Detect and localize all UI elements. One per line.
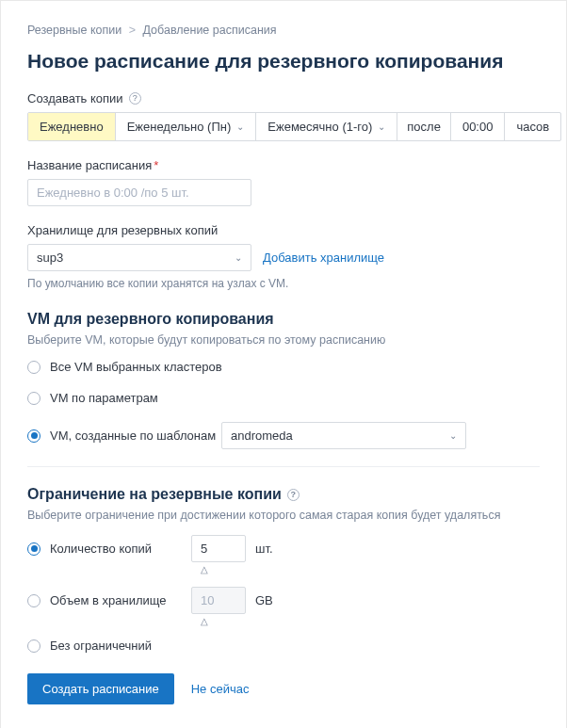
limit-section-title-text: Ограничение на резервные копии	[27, 486, 282, 503]
limit-count-unit: шт.	[255, 542, 273, 556]
vm-template-select[interactable]: andromeda ⌄	[221, 422, 466, 449]
frequency-monthly-option[interactable]: Ежемесячно (1-го) ⌄	[256, 113, 397, 140]
vm-option-all-row[interactable]: Все VM выбранных кластеров	[27, 360, 540, 374]
radio-selected-icon	[27, 542, 40, 556]
caret-indicator-icon: △	[201, 564, 208, 574]
radio-selected-icon	[27, 429, 40, 443]
vm-template-select-value: andromeda	[231, 429, 293, 443]
storage-select-value: sup3	[37, 251, 63, 265]
limit-by-size-label: Объем в хранилище	[50, 593, 191, 607]
frequency-time-input[interactable]: 00:00	[451, 113, 506, 140]
required-mark: *	[154, 158, 158, 172]
radio-icon	[27, 594, 40, 607]
chevron-down-icon: ⌄	[378, 121, 385, 132]
frequency-daily-label: Ежедневно	[40, 120, 104, 134]
frequency-weekly-label: Еженедельно (Пн)	[127, 120, 232, 134]
limit-by-count-row[interactable]: Количество копий △ шт.	[27, 535, 540, 562]
vm-option-params-label: VM по параметрам	[50, 391, 158, 405]
schedule-name-label-text: Название расписания	[27, 158, 152, 172]
vm-option-template-label: VM, созданные по шаблонам	[50, 429, 221, 443]
schedule-name-input[interactable]	[27, 179, 251, 206]
form-actions: Создать расписание Не сейчас	[27, 673, 540, 704]
cancel-link[interactable]: Не сейчас	[191, 682, 250, 696]
limit-none-row[interactable]: Без ограничечний	[27, 639, 540, 653]
limit-section-sub: Выберите ограничение при достижении кото…	[27, 509, 540, 522]
chevron-down-icon: ⌄	[235, 252, 242, 263]
frequency-after-word: после	[397, 113, 451, 140]
radio-icon	[27, 392, 40, 405]
limit-count-input[interactable]	[191, 535, 246, 562]
breadcrumb-current: Добавление расписания	[143, 24, 277, 37]
frequency-daily-option[interactable]: Ежедневно	[28, 113, 116, 140]
storage-select[interactable]: sup3 ⌄	[27, 244, 251, 271]
frequency-monthly-label: Ежемесячно (1-го)	[267, 120, 372, 134]
storage-label: Хранилище для резервных копий	[27, 223, 540, 237]
frequency-segmented: Ежедневно Еженедельно (Пн) ⌄ Ежемесячно …	[27, 112, 561, 141]
vm-option-template-row[interactable]: VM, созданные по шаблонам andromeda ⌄	[27, 422, 540, 449]
chevron-down-icon: ⌄	[449, 430, 457, 441]
breadcrumb-parent[interactable]: Резервные копии	[27, 24, 122, 37]
schedule-name-label: Название расписания *	[27, 158, 540, 172]
help-icon[interactable]: ?	[287, 489, 300, 501]
help-icon[interactable]: ?	[129, 92, 141, 105]
create-schedule-button[interactable]: Создать расписание	[27, 673, 174, 704]
frequency-hours-word: часов	[505, 113, 560, 140]
section-divider	[27, 466, 540, 467]
limit-section-title: Ограничение на резервные копии ?	[27, 486, 540, 503]
vm-option-all-label: Все VM выбранных кластеров	[50, 360, 222, 374]
vm-section-sub: Выберите VM, которые будут копироваться …	[27, 333, 540, 347]
frequency-label-text: Создавать копии	[27, 91, 123, 105]
caret-indicator-icon: △	[201, 616, 208, 626]
frequency-label: Создавать копии ?	[27, 91, 540, 105]
add-storage-link[interactable]: Добавить хранилище	[263, 251, 384, 265]
storage-hint: По умолчанию все копии хранятся на узлах…	[27, 277, 540, 290]
page-title: Новое расписание для резервного копирова…	[27, 50, 540, 73]
limit-none-label: Без ограничечний	[50, 639, 152, 653]
breadcrumb: Резервные копии > Добавление расписания	[27, 24, 540, 37]
limit-size-unit: GB	[255, 593, 273, 607]
limit-size-input	[191, 587, 246, 614]
limit-by-count-label: Количество копий	[50, 542, 191, 556]
limit-by-size-row[interactable]: Объем в хранилище △ GB	[27, 587, 540, 614]
page-container: Резервные копии > Добавление расписания …	[0, 0, 567, 728]
vm-option-params-row[interactable]: VM по параметрам	[27, 391, 540, 405]
radio-icon	[27, 639, 40, 653]
vm-section-title: VM для резервного копирования	[27, 311, 540, 328]
chevron-down-icon: ⌄	[236, 121, 244, 132]
storage-row: sup3 ⌄ Добавить хранилище	[27, 244, 540, 271]
radio-icon	[27, 361, 40, 374]
frequency-weekly-option[interactable]: Еженедельно (Пн) ⌄	[116, 113, 257, 140]
breadcrumb-separator: >	[129, 24, 136, 37]
